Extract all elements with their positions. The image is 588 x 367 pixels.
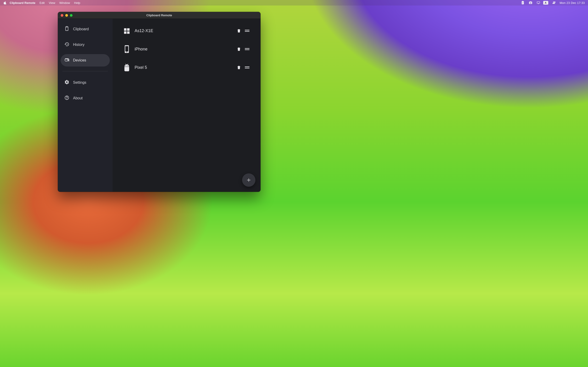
phone-icon (122, 45, 132, 53)
drag-handle-icon[interactable] (243, 48, 251, 50)
delete-device-button[interactable] (235, 28, 243, 33)
android-icon (122, 63, 132, 72)
sidebar: Clipboard History Devices (58, 19, 112, 192)
delete-device-button[interactable] (235, 65, 243, 70)
add-device-button[interactable] (242, 173, 255, 187)
history-icon (64, 42, 69, 48)
menubar-control-center-icon[interactable] (551, 1, 557, 5)
sidebar-separator (62, 71, 108, 71)
app-window: Clipboard Remote Clipboard History (58, 12, 260, 192)
device-name: iPhone (135, 47, 235, 52)
clipboard-icon (64, 26, 69, 32)
macos-menubar: Clipboard Remote Edit View Window Help A… (0, 0, 588, 6)
help-icon (64, 95, 69, 101)
menubar-item-window[interactable]: Window (59, 1, 70, 5)
gear-icon (64, 80, 69, 85)
svg-rect-4 (245, 67, 250, 67)
device-name: As12-X1E (135, 28, 235, 33)
devices-panel: As12-X1E iPhone (112, 19, 260, 192)
device-row[interactable]: Pixel 5 (119, 58, 254, 77)
menubar-input-source-icon[interactable]: A (543, 1, 548, 5)
sidebar-item-label: Clipboard (73, 27, 89, 31)
device-row[interactable]: iPhone (119, 40, 254, 58)
sidebar-item-clipboard[interactable]: Clipboard (61, 23, 110, 35)
menubar-item-help[interactable]: Help (74, 1, 80, 5)
svg-rect-0 (245, 30, 250, 31)
svg-rect-3 (245, 50, 250, 50)
svg-rect-2 (245, 48, 250, 49)
sidebar-item-devices[interactable]: Devices (61, 54, 110, 67)
sidebar-item-label: Devices (73, 58, 86, 62)
delete-device-button[interactable] (235, 47, 243, 51)
svg-rect-5 (245, 68, 250, 69)
svg-rect-1 (245, 31, 250, 32)
sidebar-item-history[interactable]: History (61, 39, 110, 51)
sidebar-item-settings[interactable]: Settings (61, 76, 110, 89)
desktop-wallpaper: Clipboard Remote Edit View Window Help A… (0, 0, 588, 367)
sidebar-item-label: Settings (73, 81, 86, 85)
drag-handle-icon[interactable] (243, 29, 251, 32)
menubar-clipboard-check-icon[interactable] (519, 1, 526, 5)
devices-icon (64, 57, 69, 63)
menubar-display-icon[interactable] (535, 1, 542, 5)
sidebar-item-label: History (73, 43, 85, 47)
menubar-app-name[interactable]: Clipboard Remote (10, 1, 35, 5)
device-name: Pixel 5 (135, 65, 235, 70)
apple-menu-icon[interactable] (3, 1, 6, 4)
menubar-camera-icon[interactable] (527, 1, 534, 5)
menubar-item-edit[interactable]: Edit (40, 1, 44, 5)
menubar-clock[interactable]: Mon 23 Dec 17:33 (560, 1, 585, 5)
window-titlebar[interactable]: Clipboard Remote (58, 12, 260, 19)
windows-icon (122, 27, 132, 35)
plus-icon (246, 177, 251, 183)
window-title: Clipboard Remote (58, 14, 260, 17)
device-row[interactable]: As12-X1E (119, 22, 254, 40)
drag-handle-icon[interactable] (243, 66, 251, 69)
sidebar-item-about[interactable]: About (61, 92, 110, 104)
sidebar-item-label: About (73, 96, 83, 100)
menubar-item-view[interactable]: View (49, 1, 55, 5)
